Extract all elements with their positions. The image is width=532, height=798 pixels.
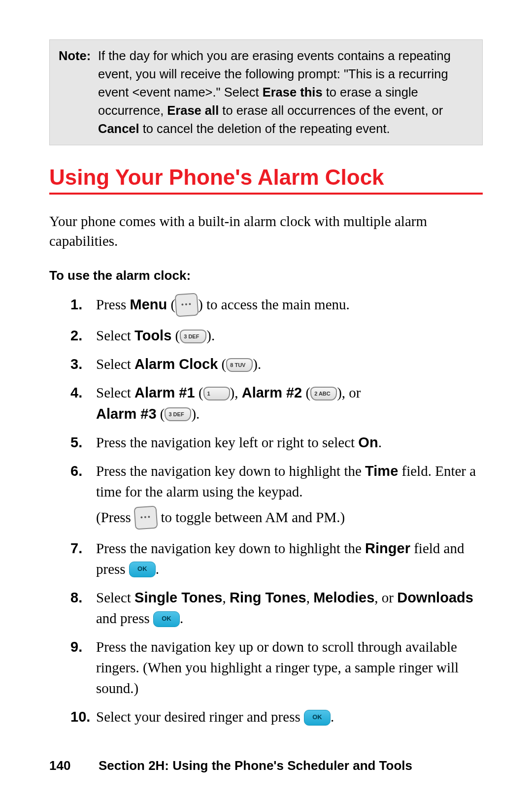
instruction-list: Press Menu () to access the main menu. S… [49, 294, 483, 727]
step8-ring: Ring Tones [230, 590, 306, 605]
step-5: Press the navigation key left or right t… [96, 432, 483, 453]
step7-ringer: Ringer [365, 540, 410, 556]
step8-melodies: Melodies [313, 590, 374, 605]
step4-alarm3: Alarm #3 [96, 406, 157, 422]
note-erase-this: Erase this [263, 85, 323, 99]
step-8: Select Single Tones, Ring Tones, Melodie… [96, 587, 483, 629]
step-9: Press the navigation key up or down to s… [96, 636, 483, 698]
intro-paragraph: Your phone comes with a built-in alarm c… [49, 211, 483, 251]
step3-alarm-word: Alarm Clock [134, 356, 218, 372]
step10-post: . [331, 709, 334, 725]
step2-pre: Select [96, 328, 134, 343]
menu-key-icon [175, 293, 199, 317]
step8-c3: , or [374, 590, 397, 605]
keypad-1-icon: 1 [203, 387, 230, 400]
section-heading: Using Your Phone's Alarm Clock [49, 165, 483, 195]
step1-pre: Press [96, 297, 130, 312]
step-4: Select Alarm #1 (1), Alarm #2 (2 ABC), o… [96, 382, 483, 424]
note-cancel: Cancel [98, 122, 139, 135]
step-10: Select your desired ringer and press OK. [96, 706, 483, 727]
section-label: Section 2H: Using the Phone's Scheduler … [99, 758, 412, 773]
step6-pre: Press the navigation key down to highlig… [96, 463, 365, 479]
note-body: If the day for which you are erasing eve… [98, 47, 473, 138]
step4-pre: Select [96, 385, 134, 400]
step4-mid1: , [234, 385, 242, 400]
step2-tools-word: Tools [134, 328, 171, 343]
step3-pre: Select [96, 356, 134, 372]
keypad-2-icon: 2 ABC [310, 387, 337, 400]
sub-heading: To use the alarm clock: [49, 268, 483, 283]
step1-post: to access the main menu. [203, 297, 350, 312]
step6-subpara: (Press to toggle between AM and PM.) [96, 507, 483, 530]
page-footer: 140 Section 2H: Using the Phone's Schedu… [49, 758, 483, 773]
manual-page: Note: If the day for which you are erasi… [0, 0, 532, 798]
step5-on: On [358, 434, 378, 450]
step-7: Press the navigation key down to highlig… [96, 538, 483, 579]
step4-alarm1: Alarm #1 [134, 385, 195, 400]
step4-post: . [196, 406, 200, 422]
keypad-3-icon: 3 DEF [180, 330, 206, 343]
step3-post: . [258, 356, 261, 372]
page-number: 140 [49, 758, 99, 773]
step4-mid2: , or [342, 385, 361, 400]
step5-post: . [378, 434, 382, 450]
ok-key-icon: OK [129, 562, 156, 577]
note-tail: to cancel the deletion of the repeating … [139, 122, 390, 135]
step10-pre: Select your desired ringer and press [96, 709, 304, 725]
ok-key-icon-2: OK [153, 611, 180, 627]
step8-pre: Select [96, 590, 134, 605]
ok-key-icon-3: OK [304, 710, 331, 726]
keypad-3b-icon: 3 DEF [165, 407, 191, 421]
step-2: Select Tools (3 DEF). [96, 325, 483, 346]
step7-pre: Press the navigation key down to highlig… [96, 540, 365, 556]
step2-post: . [211, 328, 215, 343]
step8-c2: , [306, 590, 314, 605]
step4-alarm2: Alarm #2 [242, 385, 302, 400]
note-erase-all: Erase all [167, 103, 219, 117]
note-mid2: to erase all occurrences of the event, o… [219, 103, 443, 117]
note-label: Note: [59, 47, 98, 138]
step8-downloads: Downloads [397, 590, 473, 605]
step8-single: Single Tones [134, 590, 222, 605]
step8-post: . [180, 610, 183, 626]
step6-time: Time [365, 463, 398, 479]
step-3: Select Alarm Clock (8 TUV). [96, 354, 483, 374]
step-6: Press the navigation key down to highlig… [96, 461, 483, 530]
step1-menu-word: Menu [130, 297, 167, 312]
step5-pre: Press the navigation key left or right t… [96, 434, 358, 450]
step8-mid: and press [96, 610, 153, 626]
menu-key-icon-2 [134, 505, 158, 530]
step6b-pre: (Press [96, 509, 134, 525]
step7-post: . [156, 561, 159, 577]
step6b-post: to toggle between AM and PM.) [157, 509, 345, 525]
step-1: Press Menu () to access the main menu. [96, 294, 483, 317]
step8-c1: , [222, 590, 230, 605]
note-box: Note: If the day for which you are erasi… [49, 39, 483, 145]
keypad-8-icon: 8 TUV [226, 358, 253, 372]
